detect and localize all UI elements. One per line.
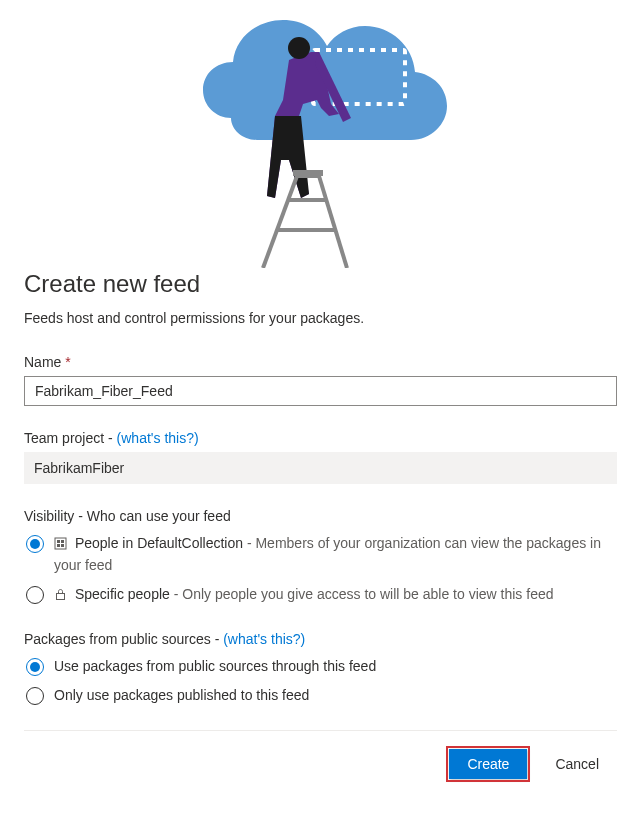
radio-visibility-org[interactable] bbox=[26, 535, 44, 553]
public-use-title: Use packages from public sources through… bbox=[54, 657, 617, 677]
name-input[interactable] bbox=[24, 376, 617, 406]
radio-public-only[interactable] bbox=[26, 687, 44, 705]
team-project-value: FabrikamFiber bbox=[24, 452, 617, 484]
public-sources-option-only[interactable]: Only use packages published to this feed bbox=[24, 686, 617, 706]
cloud-illustration bbox=[171, 8, 471, 268]
name-label: Name * bbox=[24, 354, 617, 370]
org-icon bbox=[54, 536, 67, 556]
svg-rect-8 bbox=[55, 538, 66, 549]
hero-illustration bbox=[0, 0, 641, 270]
svg-line-3 bbox=[319, 176, 347, 268]
public-only-title: Only use packages published to this feed bbox=[54, 686, 617, 706]
visibility-label: Visibility - Who can use your feed bbox=[24, 508, 617, 524]
team-project-whats-this-link[interactable]: (what's this?) bbox=[117, 430, 199, 446]
page-title: Create new feed bbox=[24, 270, 617, 298]
lock-icon bbox=[54, 587, 67, 607]
footer-divider bbox=[24, 730, 617, 731]
svg-rect-7 bbox=[293, 170, 323, 176]
svg-rect-11 bbox=[57, 544, 60, 547]
visibility-option-specific[interactable]: Specific people - Only people you give a… bbox=[24, 585, 617, 607]
public-sources-label: Packages from public sources - (what's t… bbox=[24, 631, 617, 647]
svg-point-1 bbox=[288, 37, 310, 59]
visibility-org-title: People in DefaultCollection bbox=[75, 535, 243, 551]
team-project-label: Team project - (what's this?) bbox=[24, 430, 617, 446]
visibility-option-org[interactable]: People in DefaultCollection - Members of… bbox=[24, 534, 617, 575]
radio-public-use[interactable] bbox=[26, 658, 44, 676]
page-subtitle: Feeds host and control permissions for y… bbox=[24, 310, 617, 326]
svg-rect-9 bbox=[57, 540, 60, 543]
svg-rect-13 bbox=[57, 594, 65, 600]
cancel-button[interactable]: Cancel bbox=[537, 749, 617, 779]
visibility-specific-desc: Only people you give access to will be a… bbox=[182, 586, 553, 602]
required-marker: * bbox=[65, 354, 70, 370]
create-button[interactable]: Create bbox=[449, 749, 527, 779]
radio-visibility-specific[interactable] bbox=[26, 586, 44, 604]
public-sources-whats-this-link[interactable]: (what's this?) bbox=[223, 631, 305, 647]
svg-rect-10 bbox=[61, 540, 64, 543]
public-sources-option-use[interactable]: Use packages from public sources through… bbox=[24, 657, 617, 677]
svg-rect-12 bbox=[61, 544, 64, 547]
visibility-specific-title: Specific people bbox=[75, 586, 170, 602]
